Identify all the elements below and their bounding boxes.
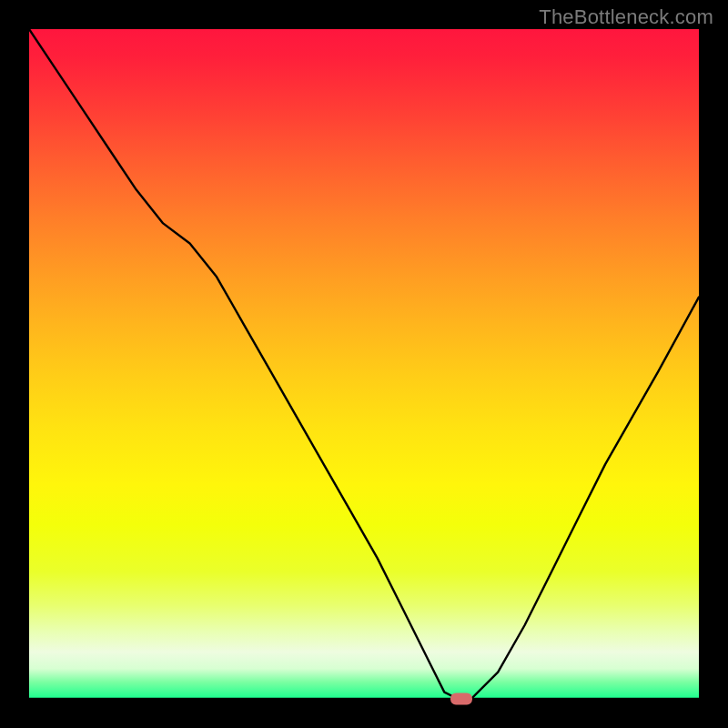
chart-frame: TheBottleneck.com (0, 0, 728, 728)
bottleneck-curve (29, 29, 699, 699)
curve-line (29, 29, 699, 699)
plot-area (29, 29, 699, 699)
optimum-marker (450, 693, 472, 705)
watermark-text: TheBottleneck.com (539, 5, 713, 29)
